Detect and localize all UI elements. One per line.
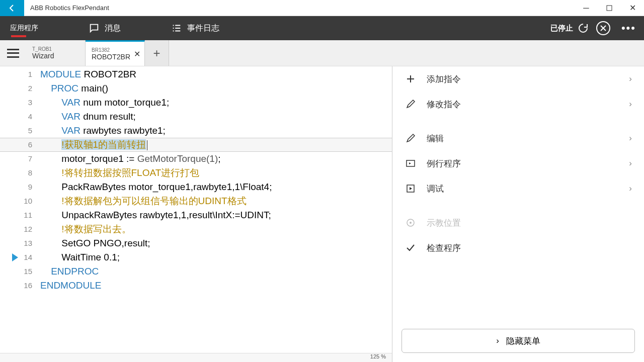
topbar-messages[interactable]: 消息 xyxy=(78,16,131,40)
line-number: 15 xyxy=(0,264,40,279)
line-number: 13 xyxy=(0,236,40,250)
topbar-messages-label: 消息 xyxy=(105,23,121,34)
line-number: 3 xyxy=(0,96,40,110)
sp-teach-label: 示教位置 xyxy=(427,217,461,229)
tab-wizard-main: Wizard xyxy=(32,52,79,60)
hamburger-icon xyxy=(7,49,19,58)
topbar-app-label: 应用程序 xyxy=(10,24,38,33)
code-editor[interactable]: 1MODULE ROBOT2BR 2 PROC main() 3 VAR num… xyxy=(0,66,392,362)
tab-wizard[interactable]: T_ROB1 Wizard xyxy=(26,40,86,66)
refresh-icon[interactable] xyxy=(576,21,590,35)
topbar-more[interactable]: ••• xyxy=(613,16,644,40)
line-number: 1 xyxy=(0,67,40,81)
message-icon xyxy=(89,23,100,34)
line-number: 7 xyxy=(0,152,40,166)
sp-check-program[interactable]: 检查程序 xyxy=(392,235,644,260)
check-icon xyxy=(405,243,417,253)
selected-text: !获取轴1的当前转扭 xyxy=(61,139,146,150)
line-number: 16 xyxy=(0,279,40,293)
pencil-icon xyxy=(405,99,417,109)
close-button[interactable]: ✕ xyxy=(621,0,644,16)
line-number: 12 xyxy=(0,222,40,236)
sp-edit[interactable]: 编辑 › xyxy=(392,126,644,151)
zoom-status: 125 % xyxy=(0,353,392,362)
sp-routines-label: 例行程序 xyxy=(427,158,461,169)
pencil-icon xyxy=(405,133,417,143)
tab-add-button[interactable]: + xyxy=(145,40,169,66)
hide-menu-button[interactable]: › 隐藏菜单 xyxy=(401,329,635,353)
sp-modify-label: 修改指令 xyxy=(427,99,461,110)
debug-icon xyxy=(405,184,417,194)
chevron-right-icon: › xyxy=(629,158,632,168)
sp-modify-instruction[interactable]: 修改指令 › xyxy=(392,92,644,117)
sp-check-label: 检查程序 xyxy=(427,242,461,254)
line-number: 5 xyxy=(0,124,40,138)
maximize-button[interactable] xyxy=(598,0,621,16)
hamburger-menu[interactable] xyxy=(0,40,26,66)
stop-mode-icon[interactable] xyxy=(596,21,610,35)
hide-menu-label: 隐藏菜单 xyxy=(506,335,540,347)
line-number: 14 xyxy=(0,250,40,264)
line-number: 6 xyxy=(0,138,40,152)
sp-add-label: 添加指令 xyxy=(427,73,461,85)
accent-indicator xyxy=(11,35,26,37)
tab-wizard-small: T_ROB1 xyxy=(32,46,79,52)
sp-teach-position: 示教位置 xyxy=(392,210,644,235)
chevron-right-icon: › xyxy=(629,133,632,143)
line-number: 8 xyxy=(0,166,40,180)
sp-add-instruction[interactable]: 添加指令 › xyxy=(392,66,644,92)
sp-routines[interactable]: 例行程序 › xyxy=(392,151,644,176)
minimize-button[interactable]: ─ xyxy=(575,0,598,16)
target-icon xyxy=(405,218,417,228)
chevron-right-icon: › xyxy=(629,184,632,194)
routine-icon xyxy=(405,158,417,168)
plus-icon xyxy=(405,74,417,84)
svg-point-6 xyxy=(410,222,412,224)
list-icon xyxy=(171,23,182,34)
sp-debug[interactable]: 调试 › xyxy=(392,176,644,201)
sp-debug-label: 调试 xyxy=(427,183,444,195)
tab-robot2br-main: ROBOT2BR xyxy=(92,53,138,61)
chevron-right-icon: › xyxy=(496,336,499,346)
text-cursor xyxy=(147,140,147,150)
chevron-right-icon: › xyxy=(629,74,632,84)
topbar-eventlog-label: 事件日志 xyxy=(187,23,219,34)
line-number: 9 xyxy=(0,180,40,194)
line-number: 2 xyxy=(0,81,40,96)
sp-edit-label: 编辑 xyxy=(427,133,444,144)
back-button[interactable] xyxy=(0,0,24,16)
line-number: 4 xyxy=(0,110,40,124)
svg-rect-0 xyxy=(607,6,612,11)
topbar-eventlog[interactable]: 事件日志 xyxy=(161,16,229,40)
status-text: 已停止 xyxy=(550,24,573,33)
chevron-right-icon: › xyxy=(629,99,632,109)
tab-robot2br-small: BR1382 xyxy=(92,47,138,53)
tab-close-button[interactable]: ✕ xyxy=(134,49,140,59)
window-title: ABB Robotics FlexPendant xyxy=(24,4,575,12)
tab-robot2br[interactable]: BR1382 ROBOT2BR ✕ xyxy=(86,40,145,66)
line-number: 11 xyxy=(0,208,40,222)
line-number: 10 xyxy=(0,194,40,208)
